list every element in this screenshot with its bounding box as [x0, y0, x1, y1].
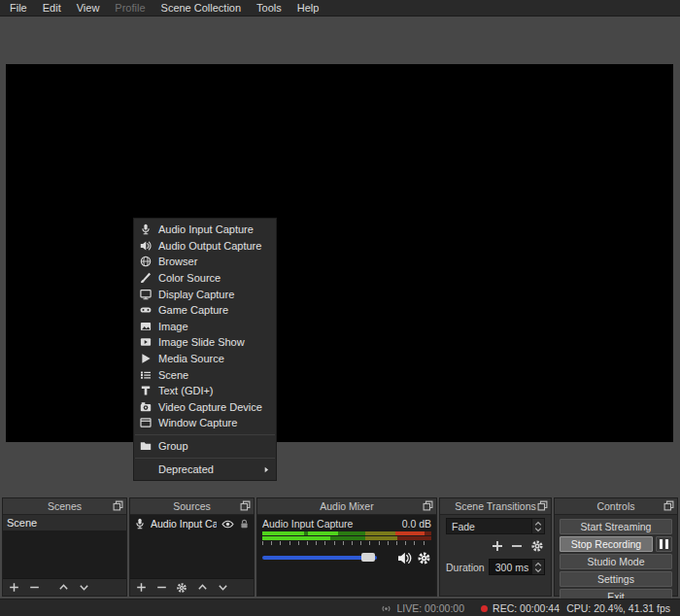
- remove-transition-button[interactable]: [511, 540, 523, 552]
- menu-item-label: Game Capture: [158, 304, 269, 316]
- popout-icon[interactable]: [423, 500, 433, 511]
- menu-item-color-source[interactable]: Color Source: [134, 270, 276, 287]
- remove-source-button[interactable]: [155, 582, 167, 594]
- status-bar: LIVE: 00:00:00 REC: 00:00:44 CPU: 20.4%,…: [0, 599, 680, 616]
- move-source-up-button[interactable]: [196, 582, 208, 594]
- start-streaming-button[interactable]: Start Streaming: [560, 519, 672, 534]
- menu-tools[interactable]: Tools: [249, 1, 289, 15]
- menu-item-label: Browser: [158, 256, 269, 267]
- add-scene-button[interactable]: [8, 582, 19, 594]
- mute-speaker-icon[interactable]: [397, 551, 412, 565]
- settings-button[interactable]: Settings: [560, 571, 672, 587]
- menu-item-window-capture[interactable]: Window Capture: [134, 415, 276, 431]
- popout-icon[interactable]: [663, 500, 674, 511]
- menu-view[interactable]: View: [69, 1, 108, 15]
- source-list-item[interactable]: Audio Input Capture: [130, 515, 254, 532]
- live-time: LIVE: 00:00:00: [397, 602, 464, 614]
- volume-slider-handle[interactable]: [361, 553, 375, 562]
- transition-select[interactable]: Fade: [446, 518, 545, 534]
- text-icon: [139, 385, 152, 397]
- record-dot-icon: [481, 605, 488, 612]
- scene-list-item[interactable]: Scene: [3, 515, 126, 530]
- stop-recording-button[interactable]: Stop Recording: [560, 536, 653, 552]
- controls-panel: Controls Start Streaming Stop Recording …: [554, 497, 678, 597]
- menu-edit[interactable]: Edit: [35, 1, 69, 15]
- mixer-gear-icon[interactable]: [417, 551, 431, 565]
- pause-recording-button[interactable]: [656, 536, 672, 552]
- menu-item-label: Video Capture Device: [158, 401, 269, 413]
- scenes-list: Scene: [3, 515, 126, 579]
- menu-file[interactable]: File: [2, 1, 35, 15]
- menu-item-text-gdi[interactable]: Text (GDI+): [134, 383, 276, 399]
- add-source-button[interactable]: [135, 582, 147, 594]
- scene-name: Scene: [7, 517, 37, 529]
- menu-item-label: Scene: [158, 369, 269, 381]
- visibility-eye-icon[interactable]: [221, 518, 234, 530]
- source-name: Audio Input Capture: [151, 518, 217, 530]
- gamepad-icon: [139, 304, 152, 317]
- menu-bar: File Edit View Profile Scene Collection …: [0, 0, 680, 17]
- transitions-toolbar: [446, 539, 545, 553]
- popout-icon[interactable]: [240, 500, 251, 511]
- rec-time: REC: 00:00:44: [493, 602, 560, 614]
- move-scene-down-button[interactable]: [78, 582, 89, 594]
- popout-icon[interactable]: [537, 500, 548, 511]
- globe-icon: [139, 256, 152, 268]
- menu-item-label: Color Source: [158, 272, 269, 284]
- volume-slider-track: [262, 556, 377, 560]
- menu-item-video-capture-device[interactable]: Video Capture Device: [134, 399, 276, 416]
- menu-item-label: Text (GDI+): [158, 385, 269, 396]
- menu-item-deprecated[interactable]: Deprecated: [134, 462, 276, 478]
- menu-item-label: Audio Input Capture: [158, 223, 269, 235]
- add-transition-button[interactable]: [492, 540, 503, 552]
- preview-canvas[interactable]: [6, 64, 673, 442]
- transition-properties-gear-icon[interactable]: [530, 539, 544, 553]
- scenes-panel-header[interactable]: Scenes: [3, 498, 126, 515]
- duration-spinbox[interactable]: 300 ms: [489, 559, 545, 575]
- move-source-down-button[interactable]: [217, 582, 228, 594]
- speaker-icon: [139, 239, 152, 252]
- scenes-toolbar: [3, 578, 126, 596]
- menu-help[interactable]: Help: [289, 1, 327, 15]
- menu-item-group[interactable]: Group: [134, 438, 276, 455]
- sources-list: Audio Input Capture: [130, 515, 254, 579]
- menu-item-image[interactable]: Image: [134, 319, 276, 335]
- mixer-level-db: 0.0 dB: [402, 518, 431, 530]
- add-source-context-menu: Audio Input Capture Audio Output Capture…: [133, 218, 277, 481]
- rec-status: REC: 00:00:44: [481, 599, 560, 616]
- menu-item-game-capture[interactable]: Game Capture: [134, 302, 276, 319]
- source-properties-gear-icon[interactable]: [176, 582, 187, 594]
- pause-icon: [665, 539, 668, 549]
- controls-panel-header[interactable]: Controls: [555, 498, 677, 515]
- menu-item-audio-output-capture[interactable]: Audio Output Capture: [134, 238, 276, 255]
- cpu-fps-text: CPU: 20.4%, 41.31 fps: [566, 602, 670, 614]
- menu-profile[interactable]: Profile: [107, 1, 153, 15]
- menu-item-media-source[interactable]: Media Source: [134, 351, 276, 367]
- menu-item-image-slide-show[interactable]: Image Slide Show: [134, 334, 276, 351]
- audio-mixer-panel-header[interactable]: Audio Mixer: [257, 498, 436, 515]
- scene-transitions-panel-header[interactable]: Scene Transitions: [440, 498, 551, 515]
- menu-item-display-capture[interactable]: Display Capture: [134, 286, 276, 302]
- menu-item-browser[interactable]: Browser: [134, 254, 276, 270]
- remove-scene-button[interactable]: [28, 582, 40, 594]
- spinbox-spinner-icon[interactable]: [531, 560, 544, 574]
- mic-icon: [139, 223, 152, 236]
- move-scene-up-button[interactable]: [57, 582, 69, 594]
- volume-meter-bottom: [262, 536, 431, 540]
- volume-slider[interactable]: [262, 550, 392, 565]
- audio-mixer-panel-title: Audio Mixer: [320, 500, 373, 512]
- menu-item-audio-input-capture[interactable]: Audio Input Capture: [134, 222, 276, 238]
- lock-icon[interactable]: [239, 519, 250, 530]
- menu-item-scene[interactable]: Scene: [134, 366, 276, 383]
- studio-mode-button[interactable]: Studio Mode: [560, 554, 672, 569]
- sources-panel-header[interactable]: Sources: [130, 498, 254, 515]
- combo-spinner-icon[interactable]: [531, 519, 544, 533]
- menu-item-label: Deprecated: [158, 463, 257, 475]
- popout-icon[interactable]: [113, 500, 123, 511]
- duration-label: Duration: [446, 562, 485, 573]
- slideshow-icon: [139, 336, 152, 349]
- monitor-icon: [139, 288, 152, 300]
- scene-list-icon: [139, 368, 152, 381]
- menu-scene-collection[interactable]: Scene Collection: [153, 1, 250, 15]
- menu-item-label: Window Capture: [158, 417, 269, 428]
